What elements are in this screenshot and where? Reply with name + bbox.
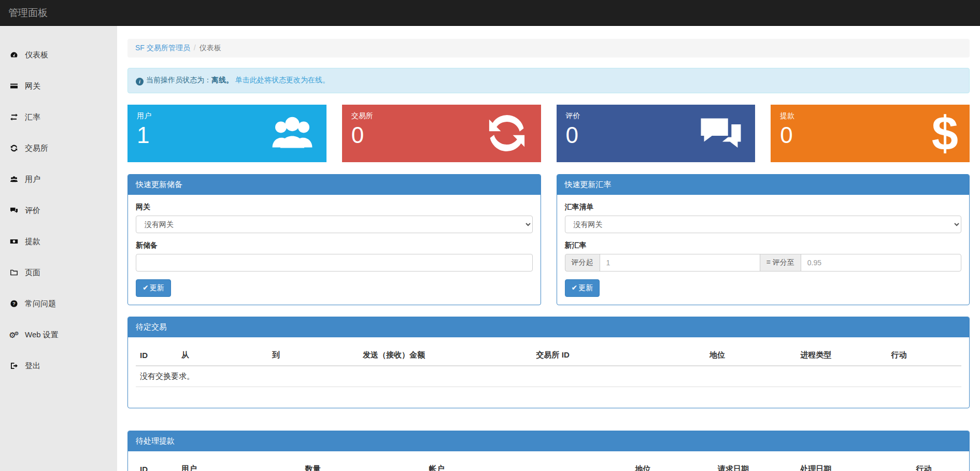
column-header: 请求日期 [714,459,796,471]
column-header: 帐户 [425,459,631,471]
check-icon: ✔ [143,283,149,292]
sidebar-item-label: 仪表板 [25,50,48,60]
folder-icon [9,268,19,277]
status-value: 离线。 [211,76,233,84]
comments-big-icon [698,110,744,156]
main-content: SF 交易所管理员/仪表板 i当前操作员状态为：离线。 单击此处将状态更改为在线… [117,26,980,471]
sidebar-item-dashboard[interactable]: 仪表板 [0,39,117,70]
credit-card-icon [9,82,19,90]
column-header: 到 [268,345,359,366]
panel-title: 快速更新储备 [128,175,541,195]
stat-tile-refresh: 交易所0 [342,105,541,162]
sidebar-item-cogs[interactable]: ⚙⚙Web 设置 [0,319,117,350]
rate-to-addon: = 评分至 [760,254,801,272]
sidebar-item-folder[interactable]: 页面 [0,257,117,288]
new-reserve-input[interactable] [136,254,533,272]
stat-tiles-row: 用户1交易所0评价0提款0$ [127,105,970,162]
app-title: 管理面板 [0,6,56,20]
sign-out-icon [9,362,19,370]
table-header-row: ID从到发送（接收）金额交易所 ID地位进程类型行动 [136,345,961,366]
column-header: 行动 [912,459,961,471]
gateway-select[interactable]: 没有网关 [136,216,533,233]
sidebar-item-exchange[interactable]: 汇率 [0,102,117,133]
rate-to-input[interactable] [801,254,961,272]
users-group-icon [269,110,315,156]
breadcrumb-separator: / [194,44,196,52]
pending-withdrawals-table: ID用户数量帐户地位请求日期处理日期行动 [136,459,961,471]
sidebar-item-label: 登出 [25,361,40,371]
update-reserve-button[interactable]: ✔更新 [136,279,171,297]
sidebar: 仪表板网关汇率交易所用户评价提款页面?常问问题⚙⚙Web 设置登出 [0,26,117,471]
column-header: 地位 [705,345,796,366]
dollar-icon: $ [932,109,958,157]
refresh-big-icon [484,110,530,156]
refresh-icon [9,144,19,152]
panel-title: 待处理提款 [128,431,969,451]
operator-status-alert: i当前操作员状态为：离线。 单击此处将状态更改为在线。 [127,68,970,93]
check-icon: ✔ [572,283,578,292]
sidebar-item-refresh[interactable]: 交易所 [0,133,117,164]
column-header: 进程类型 [796,345,887,366]
rate-from-input[interactable] [600,254,760,272]
column-header: 发送（接收）金额 [359,345,532,366]
update-rate-button[interactable]: ✔更新 [565,279,600,297]
sidebar-item-comments[interactable]: 评价 [0,195,117,226]
top-navbar: 管理面板 [0,0,980,26]
column-header: 交易所 ID [532,345,706,366]
sidebar-item-label: 提款 [25,237,40,247]
pending-exchanges-table: ID从到发送（接收）金额交易所 ID地位进程类型行动没有交换要求。 [136,345,961,387]
gateway-label: 网关 [136,203,533,212]
rate-from-addon: 评分起 [565,254,600,272]
pending-exchanges-panel: 待定交易 ID从到发送（接收）金额交易所 ID地位进程类型行动没有交换要求。 [127,317,970,408]
sidebar-item-label: 评价 [25,206,40,216]
column-header: 用户 [177,459,301,471]
sidebar-item-sign-out[interactable]: 登出 [0,350,117,381]
sidebar-item-credit-card[interactable]: 网关 [0,70,117,102]
column-header: ID [136,345,177,366]
alert-text: 当前操作员状态为： [146,76,211,84]
new-reserve-label: 新储备 [136,241,533,250]
sidebar-item-label: 网关 [25,81,40,91]
quick-update-reserve-panel: 快速更新储备 网关 没有网关 新储备 ✔更新 [127,174,541,305]
sidebar-item-money[interactable]: 提款 [0,226,117,257]
breadcrumb-root-link[interactable]: SF 交易所管理员 [135,44,190,52]
rate-list-select[interactable]: 没有网关 [565,216,962,233]
question-circle-icon: ? [9,299,19,308]
sidebar-item-users[interactable]: 用户 [0,164,117,195]
money-icon [9,237,19,246]
rate-list-label: 汇率清单 [565,203,962,212]
table-row: 没有交换要求。 [136,366,961,387]
panel-title: 待定交易 [128,317,969,337]
info-icon: i [136,78,144,85]
column-header: ID [136,459,177,471]
empty-state-cell: 没有交换要求。 [136,366,961,387]
comments-icon [9,206,19,215]
rate-input-group: 评分起 = 评分至 [565,254,962,272]
sidebar-item-label: Web 设置 [25,330,59,340]
sidebar-item-question-circle[interactable]: ?常问问题 [0,288,117,319]
dashboard-icon [9,51,19,59]
column-header: 地位 [631,459,714,471]
breadcrumb: SF 交易所管理员/仪表板 [127,39,970,58]
breadcrumb-current: 仪表板 [200,44,221,52]
column-header: 行动 [887,345,961,366]
svg-text:?: ? [12,301,16,306]
pending-exchanges-table-wrap: ID从到发送（接收）金额交易所 ID地位进程类型行动没有交换要求。 [128,337,969,408]
cogs-icon: ⚙⚙ [9,331,19,339]
panel-title: 快速更新汇率 [557,175,970,195]
pending-withdrawals-panel: 待处理提款 ID用户数量帐户地位请求日期处理日期行动 [127,431,970,471]
column-header: 处理日期 [796,459,912,471]
stat-tile-users: 用户1 [127,105,326,162]
sidebar-item-label: 常问问题 [25,299,56,309]
quick-update-rate-panel: 快速更新汇率 汇率清单 没有网关 新汇率 评分起 = 评分至 [557,174,970,305]
new-rate-label: 新汇率 [565,241,962,250]
pending-withdrawals-table-wrap: ID用户数量帐户地位请求日期处理日期行动 [128,451,969,471]
sidebar-item-label: 交易所 [25,144,48,153]
column-header: 数量 [301,459,425,471]
users-icon [9,175,19,183]
exchange-icon [9,113,19,121]
column-header: 从 [177,345,268,366]
toggle-status-link[interactable]: 单击此处将状态更改为在线。 [235,76,330,84]
stat-tile-comments: 评价0 [557,105,756,162]
sidebar-item-label: 页面 [25,268,40,278]
